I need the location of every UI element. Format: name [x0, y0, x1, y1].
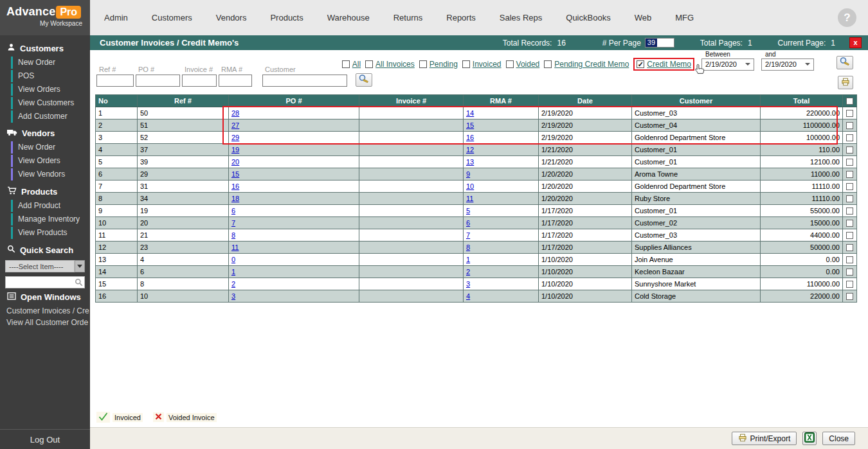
filter-invoiced[interactable]: Invoiced — [462, 60, 502, 69]
po-link[interactable]: 15 — [231, 170, 239, 178]
column-header-rma[interactable]: RMA # — [464, 95, 539, 107]
filter-all-invoices[interactable]: All Invoices — [365, 60, 415, 69]
column-header-no[interactable]: No — [96, 95, 138, 107]
checkbox-unchecked[interactable] — [462, 60, 470, 68]
rma-link[interactable]: 11 — [466, 195, 473, 202]
search-input-invoice[interactable] — [182, 75, 217, 87]
po-link[interactable]: 28 — [231, 109, 239, 117]
rma-link[interactable]: 13 — [466, 158, 474, 166]
close-window-button[interactable]: x — [849, 37, 862, 48]
po-link[interactable]: 19 — [231, 146, 239, 154]
nav-item-reports[interactable]: Reports — [446, 13, 476, 22]
po-link[interactable]: 16 — [231, 182, 239, 190]
column-header-ref[interactable]: Ref # — [138, 95, 229, 107]
date-to-select[interactable]: 2/19/2020 — [761, 58, 814, 71]
sidebar-item-vendors-new-order[interactable]: New Order — [11, 141, 90, 154]
nav-item-mfg[interactable]: MFG — [675, 13, 694, 22]
checkbox-unchecked[interactable] — [544, 60, 552, 68]
sidebar-item-customers-view-orders[interactable]: View Orders — [11, 84, 90, 96]
row-checkbox[interactable] — [846, 183, 853, 190]
close-button[interactable]: Close — [822, 432, 855, 445]
rma-link[interactable]: 14 — [466, 109, 474, 117]
po-link[interactable]: 11 — [231, 243, 239, 251]
sidebar-item-vendors-view-orders[interactable]: View Orders — [11, 155, 90, 167]
quick-search-input[interactable] — [5, 276, 85, 288]
rma-link[interactable]: 12 — [466, 146, 474, 154]
row-checkbox[interactable] — [846, 110, 853, 117]
po-link[interactable]: 8 — [231, 231, 235, 239]
row-checkbox[interactable] — [846, 159, 853, 166]
row-checkbox[interactable] — [846, 122, 853, 129]
open-window-customer-invoices-cre[interactable]: Customer Invoices / Cre — [0, 305, 90, 317]
print-export-button[interactable]: Print/Export — [732, 432, 797, 445]
po-link[interactable]: 29 — [231, 134, 239, 141]
column-header-total[interactable]: Total — [761, 95, 843, 107]
select-all-checkbox[interactable] — [846, 98, 853, 105]
per-page-input[interactable]: 39 — [645, 38, 674, 48]
po-link[interactable]: 1 — [231, 268, 235, 276]
rma-link[interactable]: 5 — [466, 207, 470, 215]
excel-export-button[interactable] — [802, 432, 817, 445]
nav-item-admin[interactable]: Admin — [104, 13, 128, 22]
filter-pending-credit-memo[interactable]: Pending Credit Memo — [544, 60, 629, 69]
nav-item-customers[interactable]: Customers — [152, 13, 192, 22]
po-link[interactable]: 3 — [231, 292, 235, 300]
filter-credit-memo[interactable]: ✓Credit Memo — [633, 58, 694, 71]
rma-link[interactable]: 9 — [466, 170, 470, 178]
row-checkbox[interactable] — [846, 220, 853, 227]
sidebar-item-customers-add-customer[interactable]: Add Customer — [11, 110, 90, 123]
column-header-date[interactable]: Date — [539, 95, 632, 107]
checkbox-unchecked[interactable] — [419, 60, 427, 68]
rma-link[interactable]: 10 — [466, 182, 474, 190]
rma-link[interactable]: 15 — [466, 121, 474, 129]
nav-item-web[interactable]: Web — [635, 13, 652, 22]
sidebar-item-products-view-products[interactable]: View Products — [11, 227, 90, 239]
column-header-po[interactable]: PO # — [229, 95, 359, 107]
po-link[interactable]: 20 — [231, 158, 239, 166]
rma-link[interactable]: 16 — [466, 134, 474, 141]
row-checkbox[interactable] — [846, 195, 853, 202]
rma-link[interactable]: 3 — [466, 280, 470, 288]
search-input-ref[interactable] — [96, 75, 134, 87]
help-icon[interactable]: ? — [838, 8, 856, 27]
search-input-rma[interactable] — [219, 75, 252, 87]
po-link[interactable]: 7 — [231, 219, 235, 227]
rma-link[interactable]: 7 — [466, 231, 470, 239]
sidebar-item-customers-new-order[interactable]: New Order — [11, 57, 90, 69]
date-from-select[interactable]: 2/19/2020 — [701, 58, 754, 71]
filter-pending[interactable]: Pending — [419, 60, 458, 69]
filter-voided[interactable]: Voided — [506, 60, 540, 69]
nav-item-sales-reps[interactable]: Sales Reps — [500, 13, 542, 22]
nav-item-returns[interactable]: Returns — [393, 13, 423, 22]
nav-item-warehouse[interactable]: Warehouse — [327, 13, 370, 22]
column-header-customer[interactable]: Customer — [632, 95, 761, 107]
row-checkbox[interactable] — [846, 281, 853, 288]
row-checkbox[interactable] — [846, 256, 853, 263]
filter-search-button[interactable] — [836, 56, 853, 69]
sidebar-item-products-add-product[interactable]: Add Product — [11, 200, 90, 212]
column-header-select-all[interactable] — [843, 95, 857, 107]
row-checkbox[interactable] — [846, 244, 853, 251]
nav-item-vendors[interactable]: Vendors — [216, 13, 247, 22]
row-checkbox[interactable] — [846, 293, 853, 300]
sidebar-item-vendors-view-vendors[interactable]: View Vendors — [11, 168, 90, 180]
row-checkbox[interactable] — [846, 269, 853, 276]
open-window-view-all-customer-orde[interactable]: View All Customer Orde — [0, 317, 90, 328]
row-checkbox[interactable] — [846, 146, 853, 154]
po-link[interactable]: 2 — [231, 280, 235, 288]
po-link[interactable]: 6 — [231, 207, 235, 215]
rma-link[interactable]: 4 — [466, 292, 470, 300]
sidebar-item-customers-pos[interactable]: POS — [11, 70, 90, 82]
checkbox-unchecked[interactable] — [506, 60, 514, 68]
rma-link[interactable]: 1 — [466, 256, 470, 263]
search-input-customer[interactable] — [262, 75, 347, 87]
row-checkbox[interactable] — [846, 171, 853, 178]
nav-item-products[interactable]: Products — [270, 13, 303, 22]
sidebar-item-customers-view-customers[interactable]: View Customers — [11, 97, 90, 109]
rma-link[interactable]: 8 — [466, 243, 470, 251]
checkbox-checked[interactable]: ✓ — [637, 60, 644, 68]
quick-search-select[interactable]: ----Select Item---- — [5, 260, 75, 272]
sidebar-item-products-manage-inventory[interactable]: Manage Inventory — [11, 213, 90, 225]
column-header-invoice[interactable]: Invoice # — [359, 95, 464, 107]
quick-search-select-arrow[interactable] — [75, 260, 85, 272]
